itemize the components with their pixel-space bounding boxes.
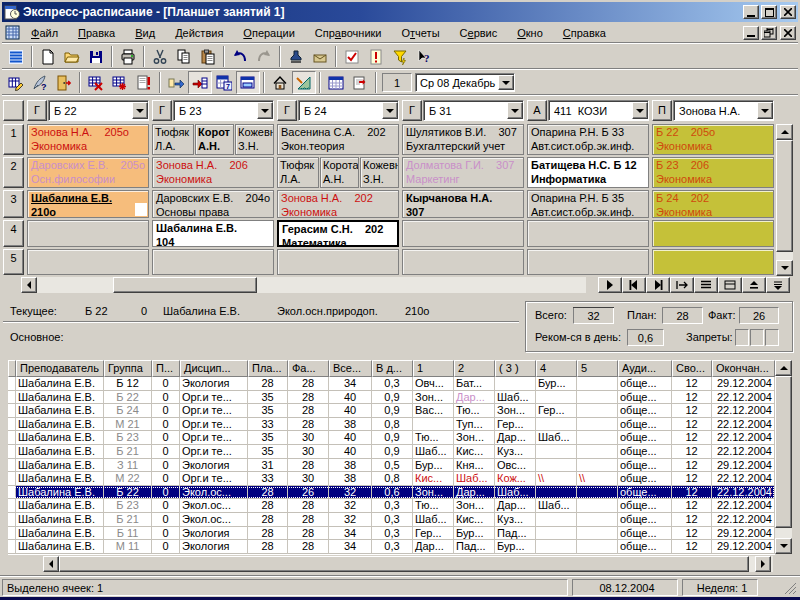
- table-row[interactable]: Шабалина Е.В.З 110Экология3128380,5Бур..…: [8, 459, 775, 473]
- move-lesson-icon[interactable]: [164, 71, 188, 94]
- copy-icon[interactable]: [172, 45, 196, 68]
- grid-clear-icon[interactable]: [108, 71, 132, 94]
- schedule-hscroll-thumb[interactable]: [113, 277, 257, 293]
- schedule-subcell[interactable]: КожевнЗ.Н.: [235, 124, 274, 155]
- schedule-vscroll-thumb[interactable]: [776, 140, 793, 252]
- schedule-cell[interactable]: [527, 249, 649, 275]
- stamp-icon[interactable]: [284, 45, 308, 68]
- menu-item-7[interactable]: Отчеты: [392, 24, 450, 42]
- column-type-button[interactable]: П: [652, 100, 672, 121]
- column-type-button[interactable]: Г: [277, 100, 297, 121]
- table-row[interactable]: Шабалина Е.В.Б 220Орг.и те...3528400,9Зо…: [8, 391, 775, 405]
- table-row[interactable]: Шабалина Е.В.Б 110Экология2828340,3Гер..…: [8, 527, 775, 541]
- row-number-4[interactable]: 4: [3, 220, 24, 247]
- menu-item-8[interactable]: Сервис: [450, 24, 508, 42]
- schedule-subcell[interactable]: КожевнЗ.Н.: [360, 157, 399, 188]
- quill-icon[interactable]: ?: [28, 71, 52, 94]
- table-header-15[interactable]: Сво...: [672, 360, 712, 377]
- step-back-icon[interactable]: [622, 277, 646, 293]
- row-number-2[interactable]: 2: [3, 157, 24, 188]
- menu-item-5[interactable]: Операции: [233, 24, 304, 42]
- table-row[interactable]: Шабалина Е.В.Б 240Орг.и те...3528400,9Ва…: [8, 404, 775, 418]
- table-row[interactable]: Шабалина Е.В.Б 210Экол.ос...2828320,3Шаб…: [8, 513, 775, 527]
- table-scroll-left-icon[interactable]: [43, 556, 59, 572]
- table-header-2[interactable]: Группа: [104, 360, 152, 377]
- schedule-cell[interactable]: Даровских Е.В. 205оОсн.философии: [27, 157, 149, 188]
- schedule-cell[interactable]: Батищева Н.С. Б 12Информатика: [527, 157, 649, 188]
- schedule-subcell[interactable]: КоротА.Н.: [195, 124, 234, 155]
- schedule-cell[interactable]: [402, 249, 524, 275]
- table-row[interactable]: Шабалина Е.В.Б 220Экол.ос...2826320,6Зон…: [8, 486, 775, 500]
- chevron-down-icon[interactable]: [498, 75, 514, 90]
- table-row[interactable]: Шабалина Е.В.Б 120Экология2828340,3Овч..…: [8, 377, 775, 391]
- schedule-cell[interactable]: [27, 249, 149, 275]
- table-row[interactable]: Шабалина Е.В.М 220Орг.и те...3330380,8Ки…: [8, 472, 775, 486]
- send-icon[interactable]: [308, 45, 332, 68]
- row-number-1[interactable]: 1: [3, 124, 24, 155]
- menu-item-1[interactable]: Файл: [21, 24, 68, 42]
- table-header-10[interactable]: 2: [454, 360, 495, 377]
- doc-warning-icon[interactable]: [132, 71, 156, 94]
- schedule-cell[interactable]: Б 22 205оЭкономика: [652, 124, 774, 155]
- schedule-subcell[interactable]: ТюфякЛ.А.: [277, 157, 319, 188]
- menu-item-4[interactable]: Действия: [165, 24, 233, 42]
- home-icon[interactable]: [268, 71, 292, 94]
- schedule-cell[interactable]: Долматова Г.И. 307Маркетинг: [402, 157, 524, 188]
- column-type-button[interactable]: Г: [27, 100, 47, 121]
- schedule-cell[interactable]: Васенина С.А. 202Экон.теория: [277, 124, 399, 155]
- column-selector-4[interactable]: Б 31: [423, 100, 524, 121]
- chevron-down-icon[interactable]: [257, 102, 273, 119]
- schedule-cell[interactable]: Шабалина Е.В.104: [152, 220, 274, 247]
- chevron-down-icon[interactable]: [507, 102, 523, 119]
- schedule-cell[interactable]: [652, 220, 774, 247]
- schedule-cell[interactable]: [152, 249, 274, 275]
- schedule-cell[interactable]: Герасим С.Н. 202Математика: [277, 220, 399, 247]
- schedule-cell[interactable]: [652, 249, 774, 275]
- scroll-left-icon[interactable]: [21, 277, 37, 293]
- table-row[interactable]: Шабалина Е.В.Б 230Орг.и те...3530400,9Тю…: [8, 431, 775, 445]
- schedule-cell[interactable]: Опарина Р.Н. Б 35Авт.сист.обр.эк.инф.: [527, 190, 649, 218]
- scroll-up-icon[interactable]: [776, 124, 793, 140]
- table-header-14[interactable]: Ауди...: [618, 360, 672, 377]
- table-scroll-right-icon[interactable]: [755, 556, 771, 572]
- column-selector-3[interactable]: Б 24: [298, 100, 399, 121]
- collapse-down-icon[interactable]: [766, 277, 790, 293]
- table-header-12[interactable]: 4: [536, 360, 577, 377]
- chevron-down-icon[interactable]: [632, 102, 648, 119]
- schedule-cell[interactable]: Шабалина Е.В.210о: [27, 190, 149, 218]
- calendar-grid-icon[interactable]: [324, 71, 348, 94]
- child-window-icon[interactable]: [5, 25, 21, 41]
- redo-icon[interactable]: [252, 45, 276, 68]
- table-header-3[interactable]: П...: [152, 360, 180, 377]
- schedule-cell[interactable]: Б 23 206Экономика: [652, 157, 774, 188]
- save-icon[interactable]: [84, 45, 108, 68]
- minimize-button[interactable]: [743, 5, 759, 19]
- help-pointer-icon[interactable]: ?: [412, 45, 436, 68]
- schedule-cell[interactable]: Кырчанова Н.А.307: [402, 190, 524, 218]
- row-number-3[interactable]: 3: [3, 190, 24, 218]
- schedule-cell[interactable]: Зонова Н.А. 206Экономика: [152, 157, 274, 188]
- table-scroll-down-icon[interactable]: [775, 538, 792, 554]
- table-header-5[interactable]: Пла...: [248, 360, 288, 377]
- schedule-hscrollbar[interactable]: [21, 277, 586, 293]
- column-selector-2[interactable]: Б 23: [173, 100, 274, 121]
- schedule-subcell[interactable]: ТюфякЛ.А.: [152, 124, 194, 155]
- calendar-day-icon[interactable]: 7: [212, 71, 236, 94]
- schedule-cell[interactable]: ТюфякЛ.А.КоротаА.Н.КожевнЗ.Н.: [277, 157, 399, 188]
- column-type-button[interactable]: Г: [152, 100, 172, 121]
- menu-item-6[interactable]: Справочники: [305, 24, 392, 42]
- column-selector-5[interactable]: 411 КОЗИ: [548, 100, 649, 121]
- check-task-icon[interactable]: [340, 45, 364, 68]
- move-lesson-next-icon[interactable]: [188, 71, 212, 94]
- exit-door-icon[interactable]: [52, 71, 76, 94]
- grid-edit-icon[interactable]: [4, 71, 28, 94]
- column-type-button[interactable]: А: [527, 100, 547, 121]
- table-scroll-up-icon[interactable]: [775, 360, 792, 376]
- chevron-down-icon[interactable]: [757, 102, 773, 119]
- lesson-number-field[interactable]: 1: [382, 73, 412, 92]
- menu-item-3[interactable]: Вид: [125, 24, 165, 42]
- table-header-8[interactable]: В д...: [372, 360, 413, 377]
- schedule-cell[interactable]: [277, 249, 399, 275]
- schedule-cell[interactable]: [27, 220, 149, 247]
- schedule-cell[interactable]: Зонова Н.А. 202Экономика: [277, 190, 399, 218]
